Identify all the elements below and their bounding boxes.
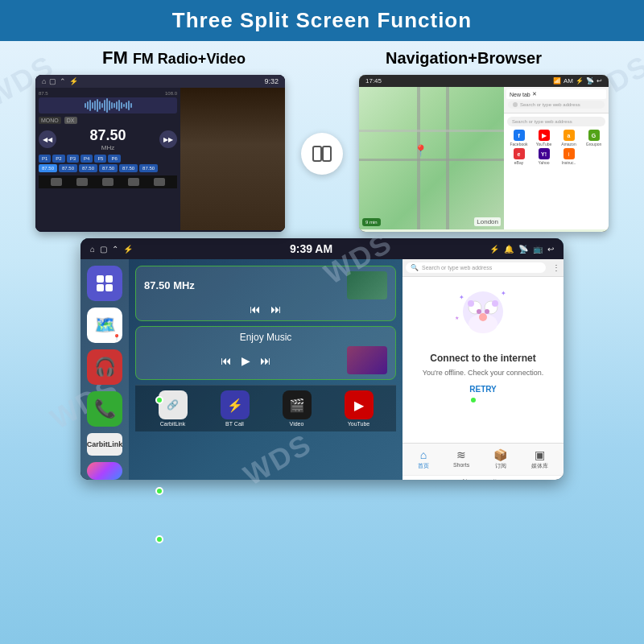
offline-illustration: ✦ ✦ ★ xyxy=(451,283,515,348)
svg-point-12 xyxy=(479,313,487,321)
enjoy-music-card: Enjoy Music ⏮ ▶ ⏭ xyxy=(135,326,396,380)
site-amazon[interactable]: a Amazon xyxy=(557,130,580,147)
preset-p6[interactable]: P6 xyxy=(108,155,120,163)
site-groupon[interactable]: G Groupon xyxy=(582,130,605,147)
fm-unit: MHz xyxy=(60,144,156,151)
preset-val-4: 87.50 xyxy=(99,164,118,172)
app-carbitlink[interactable]: 🔗 CarbitLink xyxy=(159,390,188,427)
browser-tab-home[interactable]: ⌂ 首页 xyxy=(418,448,429,470)
fm-dx: DX xyxy=(64,117,77,124)
svg-rect-3 xyxy=(105,275,113,283)
bottom-topbar: ⌂ ▢ ⌃ ⚡ 9:39 AM ⚡ 🔔 📡 📺 ↩ xyxy=(80,238,564,259)
app-carbit-icon[interactable]: CarbitLink xyxy=(87,433,122,456)
browser-search-bar-2[interactable]: Search or type web address xyxy=(507,117,605,126)
app-youtube[interactable]: ▶ YouTube xyxy=(345,390,374,427)
fm-bottom-icon-5 xyxy=(154,178,165,186)
preset-p1[interactable]: P1 xyxy=(39,155,51,163)
browser-sites-grid: f Facebook ▶ YouTube a Amazon xyxy=(507,130,605,165)
site-yahoo[interactable]: Y! Yahoo xyxy=(532,148,555,165)
fm-bottom-icon-4 xyxy=(128,178,139,186)
enjoy-music-label: Enjoy Music xyxy=(144,332,387,343)
svg-rect-1 xyxy=(323,147,331,161)
fm-prev-button[interactable]: ◀◀ xyxy=(39,130,56,148)
preset-f5[interactable]: F5 xyxy=(94,155,106,163)
app-phone-icon[interactable]: 📞 xyxy=(87,391,122,427)
app-music-icon[interactable]: 🎧 xyxy=(87,349,122,385)
enjoy-play-button[interactable]: ▶ xyxy=(242,354,250,367)
browser-dots-icon[interactable]: ⋮ xyxy=(552,263,560,272)
app-siri-button[interactable] xyxy=(87,462,122,480)
top-screens-row: ⌂ ▢ ⌃ ⚡ 9:32 87.5 108.0 xyxy=(0,75,644,232)
site-instructab[interactable]: i Instruc.. xyxy=(557,148,580,165)
svg-point-10 xyxy=(477,309,481,314)
home-icon: ⌂ xyxy=(42,77,46,85)
preset-p4[interactable]: P4 xyxy=(80,155,93,163)
arrow-icon: ⌃ xyxy=(60,77,66,85)
site-youtube[interactable]: ▶ YouTube xyxy=(532,130,555,147)
bottom-screen-icon: ▢ xyxy=(100,245,107,254)
enjoy-next-button[interactable]: ⏭ xyxy=(260,354,271,367)
bottom-cast-icon: 📺 xyxy=(533,245,543,254)
bottom-middle-panel: 87.50 MHz ⏮ ⏭ Enjoy Music xyxy=(129,259,402,480)
radio-video-label: FM Radio+Video xyxy=(133,51,246,67)
preset-val-3: 87.50 xyxy=(79,164,97,172)
app-youtube-label: YouTube xyxy=(348,421,370,427)
fm-mono-dx: MONO DX xyxy=(39,117,177,124)
svg-text:✦: ✦ xyxy=(501,290,506,297)
app-maps-icon[interactable]: 🗺️ 📍 xyxy=(87,308,122,343)
music-prev-button[interactable]: ⏮ xyxy=(250,303,261,316)
title-bar: Three Split Screen Function xyxy=(0,0,644,41)
preset-val-6: 87.50 xyxy=(139,164,158,172)
bottom-app-row: 🔗 CarbitLink ⚡ BT Call 🎬 xyxy=(135,385,396,431)
site-ebay[interactable]: e eBay xyxy=(507,148,530,165)
bottom-browser-search[interactable]: 🔍 Search or type web address xyxy=(406,262,546,273)
nav-time: 17:45 xyxy=(365,77,382,85)
preset-val-5: 87.50 xyxy=(119,164,138,172)
subtitle-left: FM FM Radio+Video xyxy=(102,47,246,68)
site-facebook[interactable]: f Facebook xyxy=(507,130,530,147)
browser-search-bar[interactable]: Search or type web address xyxy=(508,101,605,109)
fm-bottom-icon-3 xyxy=(102,178,114,186)
nav-eta: 9 min xyxy=(362,218,381,226)
fm-topbar: ⌂ ▢ ⌃ ⚡ 9:32 xyxy=(35,75,285,88)
music-frequency: 87.50 MHz xyxy=(144,279,195,291)
app-video[interactable]: 🎬 Video xyxy=(283,390,312,427)
fm-presets: P1 P2 P3 P4 F5 P6 xyxy=(39,155,177,163)
bottom-browser-panel: 🔍 Search or type web address ⋮ xyxy=(402,259,564,480)
bt-icon: ⚡ xyxy=(576,77,584,85)
app-btcall[interactable]: ⚡ BT Call xyxy=(221,390,250,427)
offline-subtitle: You're offline. Check your connection. xyxy=(423,369,543,377)
fm-next-button[interactable]: ▶▶ xyxy=(159,130,177,148)
music-next-button[interactable]: ⏭ xyxy=(270,303,282,316)
svg-rect-0 xyxy=(313,147,321,161)
nav-destination: London xyxy=(474,217,501,226)
offline-title: Connect to the internet xyxy=(430,353,535,364)
preset-val-2: 87.50 xyxy=(59,164,77,172)
fm-waveform xyxy=(39,97,177,114)
bottom-time: 9:39 AM xyxy=(290,242,332,255)
retry-button[interactable]: RETRY xyxy=(469,385,497,394)
app-grid-icon[interactable] xyxy=(87,266,122,301)
page-title: Three Split Screen Function xyxy=(16,8,628,33)
green-dot-3 xyxy=(155,487,163,495)
browser-tab-library[interactable]: ▣ 媒体库 xyxy=(531,448,548,470)
bottom-browser-body: ✦ ✦ ★ Connect to the internet You're off… xyxy=(402,277,564,443)
preset-val-1: 87.50 xyxy=(39,164,57,172)
app-carbitlink-label: CarbitLink xyxy=(160,421,186,427)
browser-tab-shorts[interactable]: ≋ Shorts xyxy=(453,448,469,470)
fm-bottom-icon-1 xyxy=(51,178,62,186)
browser-tab-subscribe[interactable]: 📦 订阅 xyxy=(493,448,507,470)
fm-video-panel xyxy=(180,88,285,230)
usb-icon: ⚡ xyxy=(69,77,78,85)
enjoy-prev-button[interactable]: ⏮ xyxy=(221,354,232,367)
preset-p2[interactable]: P2 xyxy=(52,155,64,163)
signal-icon: 📶 xyxy=(553,77,561,85)
bottom-notif-icon: 🔔 xyxy=(504,245,514,254)
split-screen-icon[interactable] xyxy=(301,133,343,175)
preset-p3[interactable]: P3 xyxy=(67,155,79,163)
nav-browser-screen: 17:45 📶 AM ⚡ 📡 ↩ 📍 xyxy=(359,75,609,232)
bottom-screen: ⌂ ▢ ⌃ ⚡ 9:39 AM ⚡ 🔔 📡 📺 ↩ xyxy=(80,238,564,480)
no-connection-status: No connection xyxy=(402,475,564,480)
subtitle-right: Navigation+Browser xyxy=(386,49,542,68)
wifi-icon: 📡 xyxy=(586,77,594,85)
